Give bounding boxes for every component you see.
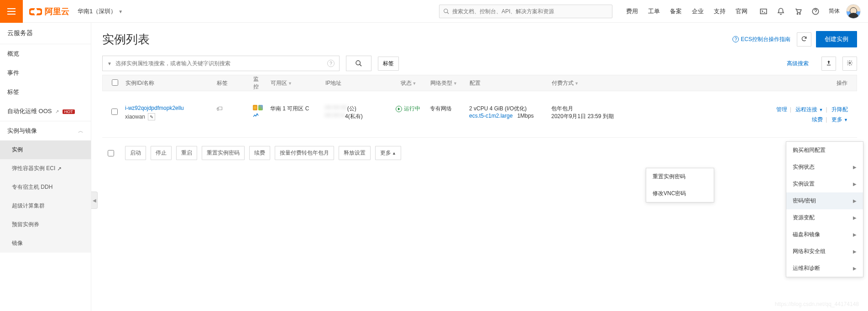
col-net[interactable]: 网络类型▼ xyxy=(427,79,466,87)
instance-id-link[interactable]: i-wz92qojdpdfmopk2ellu xyxy=(125,105,184,111)
chevron-right-icon: ▶ xyxy=(853,165,857,170)
chevron-right-icon: ▶ xyxy=(853,215,857,220)
sidebar-item-oos[interactable]: 自动化运维 OOS ↗ HOT xyxy=(0,102,91,121)
row-checkbox[interactable] xyxy=(111,109,118,115)
top-link-enterprise[interactable]: 企业 xyxy=(692,7,704,16)
op-upgrade[interactable]: 升降配 xyxy=(831,106,848,113)
sidebar-item-instance[interactable]: 实例 xyxy=(0,140,91,159)
op-remote[interactable]: 远程连接 ▼ xyxy=(795,106,823,113)
advanced-search-link[interactable]: 高级搜索 xyxy=(787,60,809,67)
filter-input-box[interactable]: ▼ ? xyxy=(102,56,340,71)
top-link-support[interactable]: 支持 xyxy=(714,7,726,16)
col-zone[interactable]: 可用区▼ xyxy=(267,79,322,87)
global-search-input[interactable] xyxy=(452,8,608,15)
main-menu-toggle[interactable] xyxy=(0,0,23,23)
notification-icon[interactable] xyxy=(777,7,785,16)
svg-rect-2 xyxy=(760,9,767,14)
top-link-icp[interactable]: 备案 xyxy=(670,7,682,16)
refresh-button[interactable] xyxy=(797,32,811,47)
caret-down-icon: ▼ xyxy=(107,61,112,66)
menu-item-network-security[interactable]: 网络和安全组▶ xyxy=(786,243,863,260)
sidebar-item-eci[interactable]: 弹性容器实例 ECI↗ xyxy=(0,159,91,178)
cube-icon[interactable] xyxy=(258,105,263,110)
cfg-line-1: 2 vCPU 4 GiB (I/O优化) xyxy=(469,105,544,113)
col-status[interactable]: 状态▼ xyxy=(390,79,427,87)
col-pay[interactable]: 付费方式▼ xyxy=(548,79,639,87)
caret-down-icon: ▼ xyxy=(118,9,123,14)
topbar: 阿里云 华南1（深圳）▼ 费用 工单 备案 企业 支持 官网 简体 xyxy=(0,0,868,23)
instance-spec-link[interactable]: ecs.t5-c1m2.large xyxy=(469,113,512,119)
filter-input[interactable] xyxy=(115,60,327,67)
service-title: 云服务器 xyxy=(0,23,91,44)
top-link-ticket[interactable]: 工单 xyxy=(648,7,660,16)
batch-more-button[interactable]: 更多▲ xyxy=(375,146,401,160)
submenu-reset-pwd[interactable]: 重置实例密码 xyxy=(646,168,714,185)
sidebar-item-scc[interactable]: 超级计算集群 xyxy=(0,197,91,215)
select-all-footer-checkbox[interactable] xyxy=(108,150,114,156)
col-tag: 标签 xyxy=(213,79,250,87)
clear-filter-icon[interactable]: ? xyxy=(327,60,335,67)
select-all-checkbox[interactable] xyxy=(112,79,118,86)
shield-icon[interactable] xyxy=(253,105,257,110)
export-icon xyxy=(826,60,832,66)
settings-button[interactable] xyxy=(842,57,857,71)
create-instance-button[interactable]: 创建实例 xyxy=(816,31,857,47)
menu-item-instance-status[interactable]: 实例状态▶ xyxy=(786,159,863,176)
menu-item-buy-same[interactable]: 购买相同配置 xyxy=(786,142,863,159)
sidebar-item-image[interactable]: 镜像 xyxy=(0,234,91,253)
menu-item-resource-change[interactable]: 资源变配▶ xyxy=(786,209,863,226)
help-icon[interactable] xyxy=(811,7,820,16)
sidebar-item-overview[interactable]: 概览 xyxy=(0,44,91,63)
brand-logo[interactable]: 阿里云 xyxy=(29,6,69,17)
col-monitor: 监控 xyxy=(250,75,267,91)
global-search[interactable] xyxy=(439,5,612,18)
menu-item-ops-diagnose[interactable]: 运维和诊断▶ xyxy=(786,260,863,277)
svg-line-7 xyxy=(360,64,361,66)
tag-icon[interactable]: 🏷 xyxy=(216,105,223,112)
cloud-shell-icon[interactable] xyxy=(759,7,768,16)
batch-start-button[interactable]: 启动 xyxy=(125,146,146,160)
filter-search-button[interactable] xyxy=(346,56,371,71)
monitor-chart-icon[interactable] xyxy=(253,112,260,118)
language-switch[interactable]: 简体 xyxy=(829,7,840,15)
main-content: 实例列表 ? ECS控制台操作指南 创建实例 ▼ ? 标签 高级搜索 xyxy=(91,23,868,311)
op-renew[interactable]: 续费 xyxy=(812,116,823,123)
svg-point-0 xyxy=(444,9,448,12)
sidebar-item-reserved[interactable]: 预留实例券 xyxy=(0,215,91,234)
menu-item-instance-settings[interactable]: 实例设置▶ xyxy=(786,176,863,192)
chevron-up-icon: ︿ xyxy=(78,127,84,135)
cart-icon[interactable] xyxy=(794,7,802,16)
top-link-site[interactable]: 官网 xyxy=(736,7,748,16)
batch-restart-button[interactable]: 重启 xyxy=(176,146,197,160)
sidebar-item-events[interactable]: 事件 xyxy=(0,63,91,83)
more-actions-menu: 购买相同配置 实例状态▶ 实例设置▶ 密码/密钥▶ 资源变配▶ 磁盘和镜像▶ 网… xyxy=(786,141,863,277)
avatar[interactable] xyxy=(846,4,861,19)
top-link-fee[interactable]: 费用 xyxy=(626,7,638,16)
sidebar-item-tags[interactable]: 标签 xyxy=(0,83,91,102)
sort-icon: ▼ xyxy=(575,81,579,86)
public-ip-masked: *** *** *** xyxy=(325,105,347,112)
sidebar: 云服务器 概览 事件 标签 自动化运维 OOS ↗ HOT 实例与镜像 ︿ 实例… xyxy=(0,23,91,311)
batch-renew-button[interactable]: 续费 xyxy=(249,146,270,160)
top-icon-group: 简体 xyxy=(759,7,840,16)
region-selector[interactable]: 华南1（深圳）▼ xyxy=(78,7,123,16)
menu-item-disk-image[interactable]: 磁盘和镜像▶ xyxy=(786,226,863,243)
chevron-right-icon: ▶ xyxy=(853,181,857,187)
private-ip-masked: *** *** ** xyxy=(325,113,345,119)
batch-release-button[interactable]: 释放设置 xyxy=(339,146,371,160)
batch-stop-button[interactable]: 停止 xyxy=(151,146,172,160)
batch-resetpwd-button[interactable]: 重置实例密码 xyxy=(202,146,245,160)
edit-name-icon[interactable]: ✎ xyxy=(148,113,155,120)
submenu-modify-vnc[interactable]: 修改VNC密码 xyxy=(646,185,714,202)
sidebar-group-instances-images[interactable]: 实例与镜像 ︿ xyxy=(0,121,91,140)
tag-filter-button[interactable]: 标签 xyxy=(378,57,399,71)
op-more[interactable]: 更多 ▼ xyxy=(831,116,848,123)
svg-point-4 xyxy=(800,13,800,14)
guide-link[interactable]: ? ECS控制台操作指南 xyxy=(732,36,790,43)
menu-item-password-key[interactable]: 密码/密钥▶ xyxy=(786,192,863,209)
page-title: 实例列表 xyxy=(102,31,150,47)
batch-convert-button[interactable]: 按量付费转包年包月 xyxy=(275,146,334,160)
sidebar-item-ddh[interactable]: 专有宿主机 DDH xyxy=(0,178,91,197)
export-button[interactable] xyxy=(821,57,836,71)
op-manage[interactable]: 管理 xyxy=(776,106,787,113)
